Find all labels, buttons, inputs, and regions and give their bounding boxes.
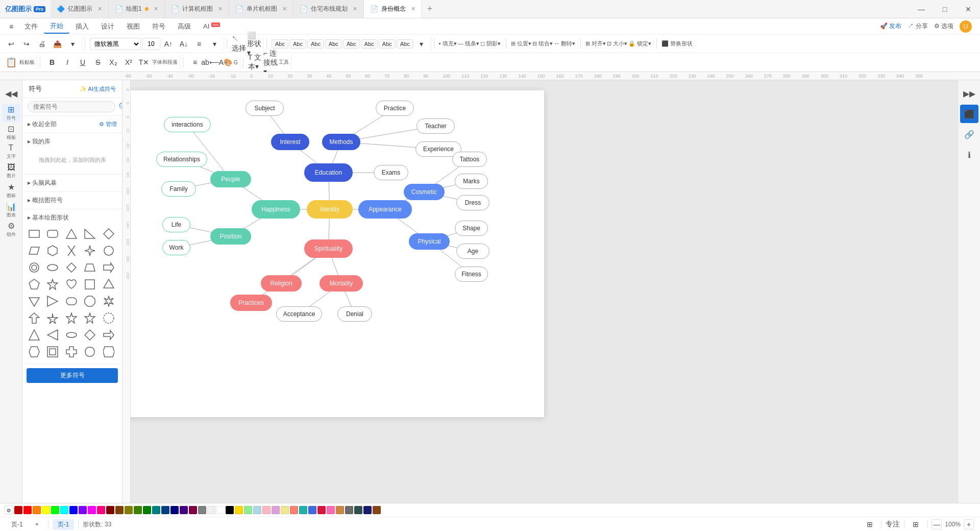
shape-tri2[interactable] [27, 294, 42, 309]
shape-up-triangle[interactable] [101, 277, 116, 292]
list-button[interactable]: ≡ [188, 55, 202, 69]
tab-identity[interactable]: 📄 身份概念 ✕ [364, 0, 422, 18]
more-symbols-button[interactable]: 更多符号 [27, 368, 118, 383]
connector-tool[interactable]: ⌐ 连接线▾ [263, 55, 278, 69]
color-swatch[interactable] [152, 506, 160, 514]
tab-close[interactable]: ✕ [282, 6, 287, 12]
current-page-tab[interactable]: 页-1 [53, 519, 75, 530]
zoom-out-button[interactable]: — [932, 519, 942, 529]
select-tool[interactable]: ↖ 选择 [232, 37, 246, 51]
minimize-button[interactable]: — [910, 0, 933, 18]
grid-button[interactable]: ⊞ [909, 517, 923, 531]
section-header-brainstorm[interactable]: ▸ 头脑风暴 [27, 177, 118, 189]
mindmap-node-people[interactable]: People [210, 171, 251, 187]
strikethrough-button[interactable]: S [91, 55, 105, 69]
ribbon-tab-ai[interactable]: AI hot [197, 20, 226, 32]
color-swatch[interactable] [198, 506, 206, 514]
ai-generate-button[interactable]: ✨ AI生成符号 [80, 85, 116, 93]
sidebar-expand-button[interactable]: ◀◀ [2, 84, 20, 103]
collapse-sidebar-button[interactable]: ≡ [4, 19, 18, 34]
section-header-collect[interactable]: ▸ 收起全部 ⚙ 管理 [27, 118, 118, 131]
right-panel-link[interactable]: 🔗 [960, 125, 978, 143]
mindmap-node-family[interactable]: Family [161, 181, 196, 197]
shape-misc1[interactable] [27, 344, 42, 359]
shape-square[interactable] [82, 277, 97, 292]
shape-heart[interactable] [64, 277, 79, 292]
shape-trapezoid[interactable] [82, 260, 97, 275]
color-swatch[interactable] [143, 506, 151, 514]
mindmap-node-cosmetic[interactable]: Cosmetic [404, 184, 445, 200]
shape-circle2[interactable] [101, 310, 116, 326]
mindmap-node-tattoos[interactable]: Tattoos [452, 152, 487, 167]
export-button[interactable]: 📤 [50, 37, 64, 51]
shape-diamond[interactable] [101, 226, 116, 242]
color-swatch[interactable] [226, 506, 234, 514]
color-swatch[interactable] [69, 506, 78, 514]
align-dropdown[interactable]: ▾ [207, 37, 222, 51]
shape-star5[interactable] [45, 277, 60, 292]
mindmap-node-teacher[interactable]: Teacher [416, 118, 455, 134]
sidebar-image-icon[interactable]: 🖼 图片 [2, 162, 20, 180]
shape-diamond2[interactable] [82, 327, 97, 343]
color-swatch[interactable] [79, 506, 87, 514]
mindmap-node-age[interactable]: Age [456, 244, 489, 259]
right-panel-style[interactable]: ⬛ [960, 105, 978, 123]
shape-star-outline[interactable] [64, 310, 79, 326]
style-1[interactable]: Abc [272, 39, 288, 49]
close-button[interactable]: ✕ [957, 0, 980, 18]
shape-cross[interactable] [64, 243, 79, 258]
shape-star-fill[interactable] [82, 310, 97, 326]
color-swatch[interactable] [373, 506, 381, 514]
shape-misc3[interactable] [64, 344, 79, 359]
shape-pentagon[interactable] [27, 277, 42, 292]
mindmap-node-practices[interactable]: Practices [230, 295, 272, 311]
mindmap-node-physical[interactable]: Physical [409, 233, 450, 250]
ribbon-tab-advanced[interactable]: 高级 [172, 20, 197, 33]
mindmap-node-identity[interactable]: Identity [307, 200, 353, 219]
color-swatch[interactable] [253, 506, 261, 514]
color-swatch[interactable] [336, 506, 344, 514]
underline-button[interactable]: U [76, 55, 90, 69]
color-swatch[interactable] [115, 506, 124, 514]
style-4[interactable]: Abc [325, 39, 342, 49]
mindmap-node-mortality[interactable]: Mortality [320, 275, 363, 292]
color-swatch[interactable] [60, 506, 68, 514]
shape-arrow-right[interactable] [101, 327, 116, 343]
shape-octagon[interactable] [82, 294, 97, 309]
user-avatar[interactable]: U [960, 20, 972, 33]
mindmap-node-subject[interactable]: Subject [246, 101, 284, 116]
zoom-in-button[interactable]: + [964, 519, 974, 529]
undo-button[interactable]: ↩ [4, 37, 18, 51]
shape-star4[interactable] [82, 243, 97, 258]
share-button[interactable]: ↗ 分享 [908, 22, 927, 31]
tab-add-button[interactable]: + [422, 0, 438, 18]
style-3[interactable]: Abc [307, 39, 324, 49]
font-family-select[interactable]: 微软雅黑 [90, 38, 141, 50]
color-swatch[interactable] [106, 506, 114, 514]
ribbon-tab-file[interactable]: 文件 [18, 20, 44, 33]
text-color-button[interactable]: A🎨 [218, 55, 233, 69]
maximize-button[interactable]: □ [933, 0, 957, 18]
add-page-button[interactable]: + [30, 520, 44, 529]
shape-tool[interactable]: ⬜ 形状▾ [247, 37, 261, 51]
shape-right-triangle[interactable] [82, 226, 97, 242]
tab-mcu-diagram[interactable]: 📄 单片机框图 ✕ [229, 0, 293, 18]
shape-misc4[interactable] [82, 344, 97, 359]
section-header-concept[interactable]: ▸ 概括图符号 [27, 194, 118, 207]
style-expand[interactable]: ▾ [414, 37, 429, 51]
tab-close[interactable]: ✕ [97, 6, 102, 12]
ribbon-tab-view[interactable]: 视图 [120, 20, 146, 33]
style-2[interactable]: Abc [289, 39, 306, 49]
mindmap-node-religion[interactable]: Religion [261, 275, 302, 292]
shape-misc5[interactable] [101, 344, 116, 359]
color-swatch[interactable] [290, 506, 298, 514]
sidebar-chart-icon[interactable]: 📊 图表 [2, 201, 20, 219]
color-swatch[interactable] [262, 506, 271, 514]
shape-ellipse[interactable] [45, 260, 60, 275]
mindmap-node-interactions[interactable]: interactions [164, 117, 211, 132]
canvas-paper[interactable]: IdentityHappinessAppearanceEducationSpir… [126, 90, 544, 417]
canvas-area[interactable]: -8 0 8 22 40 60 80 100 120 140 160 180 2… [122, 80, 958, 503]
shape-parallelogram[interactable] [27, 243, 42, 258]
color-swatch[interactable] [33, 506, 41, 514]
mindmap-node-interest[interactable]: Interest [271, 134, 309, 150]
